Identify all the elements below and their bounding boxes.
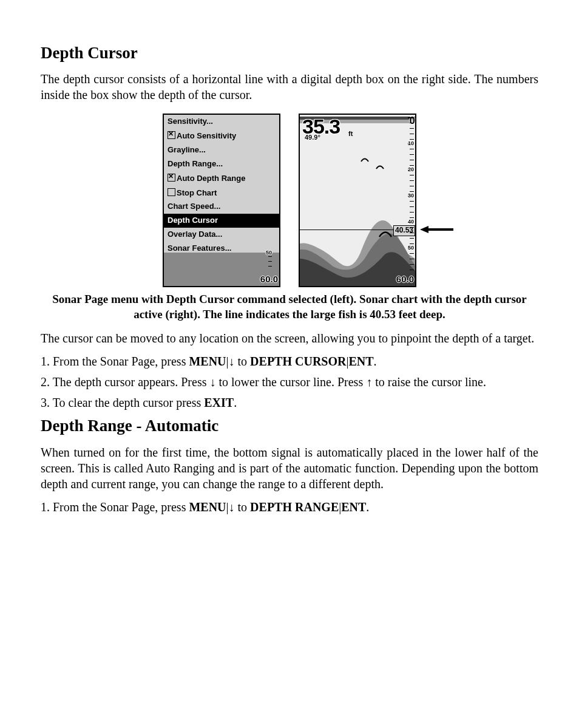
sonar-chart-wrapper: 40.53 35.3 ft 49.9° 0 10 20 30 4 [299, 114, 416, 287]
step-text: 1. From the Sonar Page, press [41, 500, 189, 514]
sonar-screenshot: 40.53 35.3 ft 49.9° 0 10 20 30 4 [299, 114, 416, 287]
key-ent: ENT [341, 500, 366, 514]
step-text: . [374, 355, 377, 368]
menu-item-auto-sensitivity: Auto Sensitivity [164, 129, 279, 143]
step-text: . [366, 500, 369, 514]
figure-row: Sensitivity... Auto Sensitivity Grayline… [41, 114, 538, 287]
step-text: 1. From the Sonar Page, press [41, 355, 189, 368]
menu-item-auto-depth-range: Auto Depth Range [164, 171, 279, 186]
key-depth-cursor: DEPTH CURSOR [250, 355, 346, 368]
key-ent: ENT [348, 355, 373, 368]
fish-arc-large [379, 225, 392, 233]
step-1: 1. From the Sonar Page, press MENU|↓ to … [41, 353, 538, 369]
tick-label: 10 [408, 140, 414, 148]
depth-ruler: 10 20 30 40 50 [408, 117, 414, 274]
heading-depth-cursor: Depth Cursor [41, 43, 538, 64]
key-menu: MENU [189, 500, 226, 514]
step-2: 2. The depth cursor appears. Press ↓ to … [41, 374, 538, 390]
fish-arc-small [376, 157, 384, 162]
menu-item-label: Auto Depth Range [177, 174, 245, 183]
step-text: . [234, 396, 237, 409]
step-text: |↓ to [226, 355, 251, 368]
svg-marker-3 [420, 226, 428, 233]
checkbox-icon [168, 174, 175, 182]
step-1b: 1. From the Sonar Page, press MENU|↓ to … [41, 499, 538, 515]
depth-unit-label: ft [348, 129, 353, 138]
step-text: |↓ to [226, 500, 251, 514]
key-depth-range: DEPTH RANGE [250, 500, 339, 514]
menu-item-overlay-data: Overlay Data... [164, 228, 279, 242]
step-3: 3. To clear the depth cursor press EXIT. [41, 395, 538, 410]
menu-item-label: Auto Sensitivity [177, 131, 236, 140]
heading-depth-range: Depth Range - Automatic [41, 415, 538, 437]
tick-label: 30 [408, 192, 414, 200]
menu-item-depth-range: Depth Range... [164, 157, 279, 171]
menu-item-sensitivity: Sensitivity... [164, 115, 279, 129]
menu-item-chart-speed: Chart Speed... [164, 200, 279, 214]
arrow-left-icon [420, 225, 453, 234]
depth-range-bottom-label: 60.0 [396, 273, 414, 285]
tick-label-50: 50 [266, 250, 272, 257]
menu-item-label: Stop Chart [177, 188, 217, 197]
water-temp-readout: 49.9° [305, 133, 320, 141]
menu-item-grayline: Grayline... [164, 143, 279, 157]
checkbox-icon [168, 131, 175, 139]
sonar-menu-list: Sensitivity... Auto Sensitivity Grayline… [164, 115, 279, 270]
tick-label: 20 [408, 166, 414, 174]
checkbox-icon [168, 188, 175, 196]
fish-arc-small [361, 150, 369, 155]
body-paragraph: The cursor can be moved to any location … [41, 330, 538, 346]
body-paragraph: When turned on for the first time, the b… [41, 444, 538, 492]
key-menu: MENU [189, 355, 226, 368]
menu-item-depth-cursor: Depth Cursor [164, 214, 279, 228]
key-exit: EXIT [204, 396, 234, 409]
figure-caption: Sonar Page menu with Depth Cursor comman… [41, 292, 538, 322]
menu-screenshot: Sensitivity... Auto Sensitivity Grayline… [163, 114, 280, 287]
step-text: 3. To clear the depth cursor press [41, 396, 204, 409]
tick-label: 50 [408, 245, 414, 252]
depth-bottom-label: 60.0 [260, 273, 278, 285]
tick-label: 40 [408, 219, 414, 226]
menu-item-stop-chart: Stop Chart [164, 186, 279, 200]
intro-paragraph: The depth cursor consists of a horizonta… [41, 71, 538, 103]
